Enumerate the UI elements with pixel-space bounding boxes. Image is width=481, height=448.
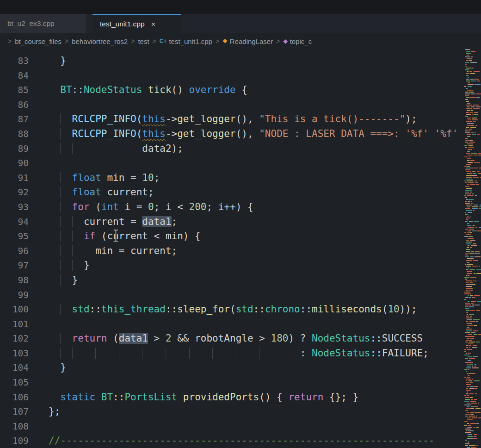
tab-close-icon[interactable]: × xyxy=(151,20,156,28)
line-number[interactable]: 99 xyxy=(0,288,29,303)
breadcrumb-item-bt_course_files[interactable]: bt_course_files xyxy=(15,37,62,45)
line-number[interactable]: 93 xyxy=(0,200,29,215)
line-number[interactable]: 102 xyxy=(0,331,29,346)
line-number[interactable]: 94 xyxy=(0,215,29,230)
code-line[interactable]: 93 for (int i = 0; i < 200; i++) { xyxy=(0,200,481,215)
line-number[interactable]: 98 xyxy=(0,273,29,288)
minimap-row xyxy=(464,369,481,370)
line-number[interactable]: 84 xyxy=(0,68,29,83)
minimap-row xyxy=(464,210,481,211)
code-line[interactable]: 107}; xyxy=(0,404,481,419)
minimap-row xyxy=(464,82,481,83)
line-number[interactable]: 101 xyxy=(0,317,29,332)
minimap-row xyxy=(464,106,481,107)
line-number[interactable]: 95 xyxy=(0,229,29,244)
code-line[interactable]: 101 xyxy=(0,317,481,332)
minimap-row xyxy=(464,295,481,296)
minimap-row xyxy=(464,351,481,352)
minimap-row xyxy=(464,308,481,309)
minimap-row xyxy=(464,358,481,359)
line-number[interactable]: 103 xyxy=(0,346,29,361)
code-line[interactable]: 84 xyxy=(0,68,481,83)
code-line[interactable]: 102 return (data1 > 2 && robotAngle > 18… xyxy=(0,331,481,346)
tab-bt-u2-ex3[interactable]: bt_u2_ex3.cpp xyxy=(0,14,86,33)
line-number[interactable]: 108 xyxy=(0,419,29,434)
minimap-row xyxy=(464,305,481,305)
minimap-row xyxy=(464,408,481,409)
code-line[interactable]: 92 float current; xyxy=(0,185,481,200)
code-line[interactable]: 94 current = data1; xyxy=(0,215,481,230)
breadcrumb-item-behaviortree_ros2[interactable]: behaviortree_ros2 xyxy=(72,37,128,45)
code-line[interactable]: 86 xyxy=(0,98,481,112)
minimap-row xyxy=(464,353,481,354)
minimap-row xyxy=(464,173,481,174)
minimap-row xyxy=(464,206,481,207)
minimap[interactable] xyxy=(464,49,481,448)
line-number[interactable]: 90 xyxy=(0,156,29,171)
line-number[interactable]: 85 xyxy=(0,83,29,98)
editor[interactable]: 83 }8485 BT::NodeStatus tick() override … xyxy=(0,49,481,448)
code-line[interactable]: 108 xyxy=(0,419,481,434)
minimap-row xyxy=(464,360,481,361)
code-line[interactable]: 90 xyxy=(0,156,481,171)
code-line[interactable]: 97 } xyxy=(0,258,481,273)
minimap-row xyxy=(464,151,481,152)
line-number[interactable]: 106 xyxy=(0,390,29,405)
code-text: BT::NodeStatus tick() override { xyxy=(29,83,247,98)
code-line[interactable]: 88 RCLCPP_INFO(this->get_logger(), "NODE… xyxy=(0,127,481,142)
code-line[interactable]: 99 xyxy=(0,288,481,303)
code-line[interactable]: 109//-----------------------------------… xyxy=(0,434,481,448)
code-line[interactable]: 83 } xyxy=(0,54,481,68)
minimap-row xyxy=(464,169,481,170)
line-number[interactable]: 104 xyxy=(0,361,29,375)
minimap-row xyxy=(464,62,481,63)
code-line[interactable]: 91 float min = 10; xyxy=(0,171,481,186)
minimap-row xyxy=(464,247,481,248)
minimap-row xyxy=(464,49,481,50)
line-number[interactable]: 88 xyxy=(0,127,29,142)
breadcrumb-label: behaviortree_ros2 xyxy=(72,37,128,45)
line-number[interactable]: 91 xyxy=(0,171,29,186)
code-line[interactable]: 87 RCLCPP_INFO(this->get_logger(), "This… xyxy=(0,112,481,127)
breadcrumb-item-test_unit1.cpp[interactable]: C+test_unit1.cpp xyxy=(160,37,212,45)
minimap-row xyxy=(464,84,481,85)
code-line[interactable]: 98 } xyxy=(0,273,481,288)
code-line[interactable]: 89 data2); xyxy=(0,142,481,156)
minimap-row xyxy=(464,325,481,326)
code-line[interactable]: 105 xyxy=(0,375,481,390)
minimap-row xyxy=(464,158,481,159)
code-line[interactable]: 85 BT::NodeStatus tick() override { xyxy=(0,83,481,98)
code-line[interactable]: 106 static BT::PortsList providedPorts()… xyxy=(0,390,481,405)
line-number[interactable]: 105 xyxy=(0,375,29,390)
line-number[interactable]: 97 xyxy=(0,258,29,273)
line-number[interactable]: 96 xyxy=(0,244,29,259)
line-number[interactable]: 107 xyxy=(0,404,29,419)
line-number[interactable]: 87 xyxy=(0,112,29,127)
line-number[interactable]: 109 xyxy=(0,434,29,448)
minimap-row xyxy=(464,336,481,337)
minimap-row xyxy=(464,153,481,154)
code-line[interactable]: 103 : NodeStatus::FAILURE; xyxy=(0,346,481,361)
line-number[interactable]: 86 xyxy=(0,98,29,112)
line-number[interactable]: 83 xyxy=(0,54,29,68)
breadcrumb-item-test[interactable]: test xyxy=(138,37,149,45)
minimap-row xyxy=(464,56,481,57)
minimap-row xyxy=(464,86,481,87)
breadcrumb-item-topic_c[interactable]: ◆topic_c xyxy=(283,37,312,45)
minimap-row xyxy=(464,367,481,368)
minimap-row xyxy=(464,116,481,117)
tab-test-unit1[interactable]: test_unit1.cpp × xyxy=(92,14,181,33)
code-line[interactable]: 95 if (current < min) { xyxy=(0,229,481,244)
line-number[interactable]: 89 xyxy=(0,142,29,156)
minimap-row xyxy=(464,193,481,194)
code-line[interactable]: 100 std::this_thread::sleep_for(std::chr… xyxy=(0,302,481,317)
code-line[interactable]: 104 } xyxy=(0,361,481,375)
line-number[interactable]: 92 xyxy=(0,185,29,200)
minimap-row xyxy=(464,321,481,322)
minimap-row xyxy=(464,119,481,120)
code-line[interactable]: 96 min = current; xyxy=(0,244,481,259)
line-number[interactable]: 100 xyxy=(0,302,29,317)
tab-label: bt_u2_ex3.cpp xyxy=(7,19,55,28)
breadcrumb-item-ReadingLaser[interactable]: ❖ReadingLaser xyxy=(222,37,273,45)
minimap-row xyxy=(464,227,481,228)
